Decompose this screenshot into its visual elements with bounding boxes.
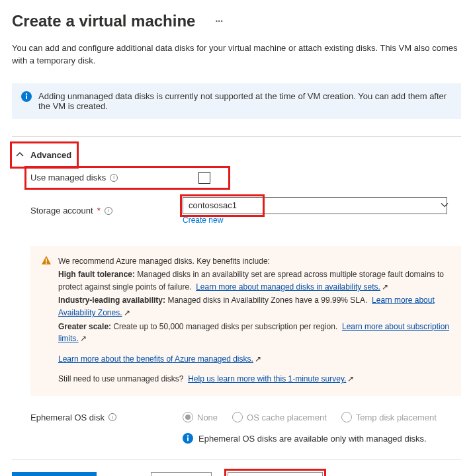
survey-link[interactable]: Help us learn more with this 1-minute su… bbox=[188, 374, 346, 383]
required-indicator: * bbox=[97, 206, 101, 216]
divider bbox=[12, 136, 461, 137]
external-link-icon: ↗ bbox=[124, 307, 130, 319]
warn-line1: We recommend Azure managed disks. Key be… bbox=[58, 255, 451, 268]
ila-label: Industry-leading availability: bbox=[58, 296, 165, 305]
intro-text: You can add and configure additional dat… bbox=[12, 42, 461, 67]
hft-link[interactable]: Learn more about managed disks in availa… bbox=[196, 282, 380, 292]
info-alert: Adding unmanaged data disks is currently… bbox=[12, 83, 461, 119]
external-link-icon: ↗ bbox=[255, 353, 261, 366]
ephemeral-label: Ephemeral OS disk bbox=[30, 413, 105, 422]
svg-point-1 bbox=[26, 93, 27, 95]
managed-disk-recommendation: We recommend Azure managed disks. Key be… bbox=[30, 246, 461, 396]
info-icon[interactable]: i bbox=[108, 413, 116, 421]
use-managed-disks-checkbox[interactable] bbox=[198, 172, 210, 184]
chevron-down-icon bbox=[441, 200, 449, 210]
external-link-icon: ↗ bbox=[80, 333, 87, 345]
ephemeral-radio-none: None bbox=[183, 412, 218, 422]
info-icon[interactable]: i bbox=[110, 174, 118, 182]
storage-account-label: Storage account bbox=[30, 206, 93, 216]
ephemeral-note: Ephemeral OS disks are available only wi… bbox=[198, 434, 427, 444]
ephemeral-radio-group: None OS cache placement Temp disk placem… bbox=[183, 412, 437, 422]
storage-account-select[interactable]: contososac1 bbox=[183, 197, 447, 214]
benefits-link[interactable]: Learn more about the benefits of Azure m… bbox=[58, 354, 253, 364]
warning-icon bbox=[41, 255, 52, 385]
page-title: Create a virtual machine bbox=[12, 12, 195, 30]
use-managed-disks-label: Use managed disks bbox=[30, 173, 106, 182]
ila-text: Managed disks in Availability Zones have… bbox=[167, 296, 367, 305]
storage-account-value: contososac1 bbox=[189, 200, 237, 210]
svg-rect-7 bbox=[187, 437, 189, 441]
info-alert-text: Adding unmanaged data disks is currently… bbox=[38, 91, 452, 111]
external-link-icon: ↗ bbox=[347, 373, 354, 385]
info-icon bbox=[183, 433, 193, 444]
gs-label: Greater scale: bbox=[58, 322, 111, 331]
svg-point-6 bbox=[187, 435, 189, 436]
more-menu-icon[interactable]: ··· bbox=[215, 16, 223, 26]
hft-label: High fault tolerance: bbox=[58, 270, 135, 279]
info-icon bbox=[21, 91, 32, 102]
create-new-link[interactable]: Create new bbox=[183, 216, 262, 225]
previous-button[interactable]: < Previous bbox=[151, 472, 212, 476]
ephemeral-radio-temp: Temp disk placement bbox=[341, 412, 437, 422]
advanced-label: Advanced bbox=[30, 150, 71, 160]
ephemeral-radio-os-cache: OS cache placement bbox=[232, 412, 327, 422]
svg-rect-3 bbox=[46, 258, 47, 262]
survey-text: Still need to use unmanaged disks? bbox=[58, 374, 183, 383]
info-icon[interactable]: i bbox=[105, 207, 112, 215]
advanced-section-toggle[interactable]: Advanced bbox=[12, 143, 77, 167]
svg-rect-2 bbox=[26, 95, 27, 99]
next-button[interactable]: Next : Networking > bbox=[228, 472, 323, 476]
svg-point-4 bbox=[46, 262, 47, 264]
chevron-up-icon bbox=[16, 151, 24, 159]
external-link-icon: ↗ bbox=[382, 281, 388, 294]
gs-text: Create up to 50,000 managed disks per su… bbox=[113, 322, 337, 331]
review-create-button[interactable]: Review + create bbox=[12, 472, 97, 476]
